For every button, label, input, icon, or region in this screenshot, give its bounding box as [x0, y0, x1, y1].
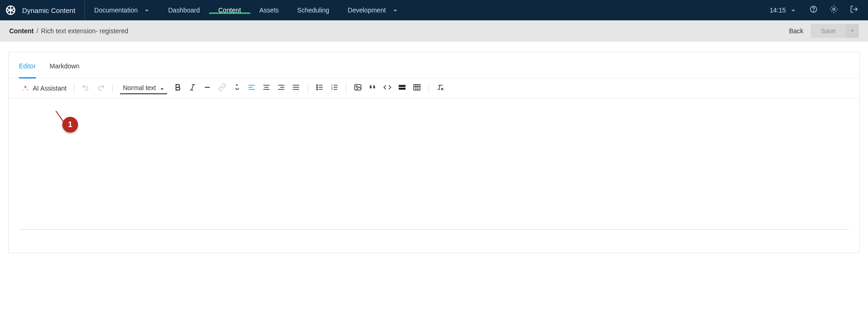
editor-toolbar: AI Assistant Normal text — [9, 79, 859, 98]
quote-icon — [368, 83, 377, 93]
toolbar-separator — [307, 84, 308, 93]
svg-point-22 — [316, 89, 317, 90]
breadcrumb-bar: Content / Rich text extension- registere… — [0, 20, 868, 42]
editor-tabs: Editor Markdown — [9, 52, 859, 79]
svg-rect-36 — [414, 85, 420, 90]
content-block-button[interactable] — [395, 81, 409, 95]
undo-button[interactable] — [79, 81, 93, 95]
svg-rect-35 — [399, 88, 405, 90]
code-button[interactable] — [380, 81, 394, 95]
brand-block[interactable]: Dynamic Content — [0, 0, 85, 20]
undo-icon — [82, 83, 90, 93]
align-left-button[interactable] — [245, 81, 259, 95]
help-icon — [809, 5, 818, 15]
editor-card: Editor Markdown AI Assistant Normal tex — [8, 52, 860, 253]
chevron-down-icon — [392, 7, 398, 13]
nav-content[interactable]: Content — [209, 6, 250, 14]
block-icon — [398, 83, 406, 93]
align-justify-icon — [292, 83, 300, 93]
nav-assets-label: Assets — [259, 6, 279, 14]
code-icon — [383, 83, 392, 93]
clear-format-icon — [436, 83, 445, 93]
logout-button[interactable] — [846, 2, 862, 18]
bullet-list-button[interactable] — [313, 81, 326, 95]
back-button[interactable]: Back — [789, 27, 803, 35]
top-nav: Dynamic Content Documentation Dashboard … — [0, 0, 868, 20]
clear-format-button[interactable] — [434, 81, 447, 95]
svg-point-33 — [356, 86, 357, 87]
image-icon — [354, 83, 362, 93]
svg-point-3 — [833, 8, 835, 11]
ai-assistant-label: AI Assistant — [33, 85, 66, 92]
toolbar-separator — [428, 84, 429, 93]
svg-rect-34 — [399, 85, 405, 87]
sparkle-icon — [22, 85, 29, 92]
canvas-wrap: Editor Markdown AI Assistant Normal tex — [0, 42, 868, 261]
table-button[interactable] — [410, 81, 424, 95]
app-title: Dynamic Content — [22, 6, 75, 14]
text-format-select[interactable]: Normal text — [120, 82, 167, 94]
redo-button[interactable] — [94, 81, 108, 95]
svg-point-20 — [316, 85, 317, 85]
nav-dashboard[interactable]: Dashboard — [159, 6, 209, 14]
ordered-list-button[interactable]: 123 — [327, 81, 341, 95]
svg-text:3: 3 — [331, 88, 332, 91]
minus-icon — [203, 83, 211, 93]
breadcrumb-page: Rich text extension- registered — [41, 27, 128, 35]
toolbar-separator — [74, 84, 74, 93]
italic-icon — [188, 83, 197, 93]
nav-development-label: Development — [348, 6, 386, 14]
nav-dashboard-label: Dashboard — [168, 6, 200, 14]
breadcrumb-separator: / — [36, 27, 38, 35]
align-center-button[interactable] — [259, 81, 273, 95]
save-button[interactable]: Save — [811, 24, 846, 38]
logout-icon — [850, 5, 858, 15]
callout-badge-1: 1 — [62, 117, 78, 133]
svg-point-2 — [813, 11, 814, 11]
editor-textarea[interactable]: 1 — [19, 105, 849, 230]
nav-development[interactable]: Development — [338, 6, 407, 14]
ai-assistant-button[interactable]: AI Assistant — [19, 83, 69, 94]
svg-point-21 — [316, 87, 317, 88]
anchor-button[interactable] — [230, 81, 244, 95]
nav-documentation-label: Documentation — [94, 6, 138, 14]
tab-markdown[interactable]: Markdown — [50, 62, 80, 78]
link-button[interactable] — [215, 81, 229, 95]
breadcrumb-actions: Back Save — [789, 24, 859, 38]
align-justify-button[interactable] — [289, 81, 303, 95]
top-nav-left: Dynamic Content Documentation Dashboard … — [0, 0, 407, 20]
nav-assets[interactable]: Assets — [250, 6, 288, 14]
link-icon — [218, 83, 226, 93]
italic-button[interactable] — [186, 81, 199, 95]
card-bottom-space — [9, 240, 859, 253]
redo-icon — [96, 83, 105, 93]
tab-editor[interactable]: Editor — [19, 62, 36, 79]
save-dropdown-button[interactable] — [846, 24, 859, 38]
save-button-group: Save — [811, 24, 859, 38]
editor-body: 1 — [9, 98, 859, 240]
horizontal-rule-button[interactable] — [200, 81, 214, 95]
image-button[interactable] — [351, 81, 365, 95]
help-button[interactable] — [805, 2, 822, 18]
chevron-down-icon — [850, 28, 855, 35]
bold-button[interactable] — [171, 81, 185, 95]
align-right-button[interactable] — [274, 81, 288, 95]
svg-line-6 — [191, 85, 193, 90]
time-display[interactable]: 14:15 — [764, 6, 802, 14]
brand-logo-icon — [6, 5, 16, 15]
settings-button[interactable] — [826, 2, 842, 18]
align-center-icon — [262, 83, 271, 93]
top-nav-spacer — [407, 0, 764, 20]
align-right-icon — [277, 83, 285, 93]
breadcrumb-root[interactable]: Content — [9, 27, 34, 35]
nav-documentation[interactable]: Documentation — [85, 6, 159, 14]
callout-number: 1 — [68, 120, 72, 129]
nav-scheduling-label: Scheduling — [297, 6, 329, 14]
text-format-label: Normal text — [123, 84, 156, 91]
toolbar-separator — [346, 84, 346, 93]
nav-scheduling[interactable]: Scheduling — [288, 6, 338, 14]
align-left-icon — [247, 83, 256, 93]
quote-button[interactable] — [366, 81, 380, 95]
nav-content-label: Content — [218, 6, 241, 14]
gear-icon — [830, 5, 838, 15]
